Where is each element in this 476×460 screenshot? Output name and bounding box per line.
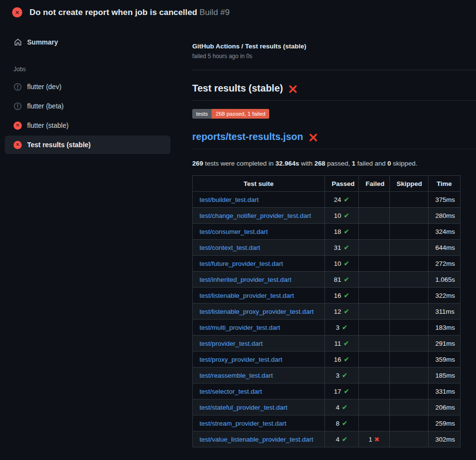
cell-passed: 11✔	[325, 336, 359, 352]
cell-skipped	[390, 208, 429, 224]
table-row: test/provider_test.dart11✔291ms	[193, 336, 461, 352]
cell-test-suite: test/selector_test.dart	[193, 383, 325, 399]
check-icon: ✔	[344, 387, 350, 395]
cell-passed-value: 3	[336, 372, 339, 379]
cell-test-suite: test/proxy_provider_test.dart	[193, 352, 325, 368]
cell-test-suite: test/future_provider_test.dart	[193, 256, 325, 272]
sidebar-job-label: flutter (dev)	[27, 83, 61, 91]
cell-time: 185ms	[429, 368, 461, 383]
cell-passed-value: 12	[334, 308, 341, 315]
column-header-failed: Failed	[359, 176, 390, 192]
cell-test-suite: test/listenable_proxy_provider_test.dart	[193, 304, 325, 320]
failed-x-icon	[308, 133, 318, 142]
sidebar-item-job-1[interactable]: flutter (beta)	[5, 97, 170, 115]
table-row: test/listenable_provider_test.dart16✔322…	[193, 288, 461, 304]
test-suite-link[interactable]: test/stateful_provider_test.dart	[200, 404, 288, 411]
cell-time: 1.065s	[429, 272, 461, 288]
test-suite-link[interactable]: test/proxy_provider_test.dart	[200, 356, 282, 363]
table-row: test/consumer_test.dart18✔324ms	[193, 224, 461, 240]
page-title: Do not create report when job is cancell…	[30, 8, 230, 17]
cell-test-suite: test/consumer_test.dart	[193, 224, 325, 240]
sidebar-item-job-0[interactable]: flutter (dev)	[5, 77, 170, 96]
test-suite-link[interactable]: test/multi_provider_test.dart	[200, 324, 280, 331]
cell-passed-value: 31	[334, 244, 341, 251]
tests-badge-value: 268 passed, 1 failed	[212, 109, 269, 119]
cell-passed: 3✔	[325, 368, 359, 383]
test-suite-link[interactable]: test/listenable_provider_test.dart	[200, 292, 294, 299]
cell-failed: 1✖	[359, 431, 390, 447]
cell-time: 259ms	[429, 415, 461, 431]
table-header-row: Test suite Passed Failed Skipped Time	[193, 176, 461, 192]
cell-passed: 17✔	[325, 383, 359, 399]
cell-time: 375ms	[429, 192, 461, 208]
table-row: test/change_notifier_provider_test.dart1…	[193, 208, 461, 224]
x-glyph: ✕	[14, 141, 22, 149]
cell-skipped	[390, 320, 429, 336]
summary-skipped: 0	[387, 160, 391, 167]
test-suite-link[interactable]: test/consumer_test.dart	[200, 228, 268, 235]
cell-failed	[359, 352, 390, 368]
column-header-time: Time	[429, 176, 461, 192]
report-file-link[interactable]: reports/test-results.json	[192, 131, 303, 142]
check-icon: ✔	[344, 196, 350, 203]
cell-time: 331ms	[429, 383, 461, 399]
column-header-skipped: Skipped	[390, 176, 429, 192]
cell-passed-value: 16	[334, 356, 341, 363]
table-row: test/stream_provider_test.dart8✔259ms	[193, 415, 461, 431]
cross-icon: ✖	[374, 436, 380, 443]
section-title-row: Test results (stable)	[192, 83, 476, 101]
test-results-table: Test suite Passed Failed Skipped Time te…	[192, 175, 461, 447]
neutral-status-circle-icon	[14, 83, 22, 91]
test-suite-link[interactable]: test/inherited_provider_test.dart	[200, 276, 292, 283]
check-icon: ✔	[343, 339, 349, 347]
test-suite-link[interactable]: test/change_notifier_provider_test.dart	[200, 212, 311, 219]
test-suite-link[interactable]: test/value_listenable_provider_test.dart	[200, 436, 313, 443]
cell-passed: 24✔	[325, 192, 359, 208]
jobs-list: flutter (dev)flutter (beta)✕flutter (sta…	[5, 77, 170, 154]
cell-passed: 31✔	[325, 240, 359, 256]
x-glyph: ✕	[14, 122, 22, 130]
sidebar-item-summary[interactable]: Summary	[5, 33, 170, 51]
cell-failed	[359, 336, 390, 352]
cell-skipped	[390, 368, 429, 383]
test-suite-link[interactable]: test/provider_test.dart	[200, 340, 263, 347]
check-icon: ✔	[344, 307, 350, 315]
tests-badge: tests 268 passed, 1 failed	[192, 109, 269, 119]
test-suite-link[interactable]: test/reassemble_test.dart	[200, 372, 273, 379]
test-suite-link[interactable]: test/builder_test.dart	[200, 196, 259, 203]
test-suite-link[interactable]: test/listenable_proxy_provider_test.dart	[200, 308, 314, 315]
cell-passed: 12✔	[325, 304, 359, 320]
check-icon: ✔	[342, 419, 348, 427]
test-suite-link[interactable]: test/stream_provider_test.dart	[200, 420, 286, 427]
sidebar-item-job-3[interactable]: ✕Test results (stable)	[5, 136, 170, 154]
check-icon: ✔	[342, 403, 348, 411]
table-row: test/value_listenable_provider_test.dart…	[193, 431, 461, 447]
table-row: test/context_test.dart31✔644ms	[193, 240, 461, 256]
test-suite-link[interactable]: test/selector_test.dart	[200, 388, 262, 395]
check-icon: ✔	[344, 291, 350, 299]
cell-failed	[359, 208, 390, 224]
column-header-passed: Passed	[325, 176, 359, 192]
cell-skipped	[390, 272, 429, 288]
sidebar-summary-label: Summary	[27, 38, 58, 46]
cell-passed-value: 24	[334, 196, 341, 203]
cell-time: 644ms	[429, 240, 461, 256]
main-content: GitHub Actions / Test results (stable) f…	[187, 24, 476, 447]
test-suite-link[interactable]: test/context_test.dart	[200, 244, 260, 251]
test-suite-link[interactable]: test/future_provider_test.dart	[200, 260, 283, 267]
cell-time: 272ms	[429, 256, 461, 272]
summary-count: 269	[192, 160, 203, 167]
check-icon: ✔	[344, 228, 350, 235]
cell-skipped	[390, 192, 429, 208]
cell-failed	[359, 320, 390, 336]
cell-skipped	[390, 399, 429, 415]
column-header-test-suite: Test suite	[193, 176, 325, 192]
table-row: test/proxy_provider_test.dart16✔359ms	[193, 352, 461, 368]
section-title: Test results (stable)	[192, 83, 283, 94]
check-icon: ✔	[344, 276, 350, 283]
cell-skipped	[390, 352, 429, 368]
failed-x-icon	[288, 84, 298, 94]
cell-time: 280ms	[429, 208, 461, 224]
table-row: test/selector_test.dart17✔331ms	[193, 383, 461, 399]
sidebar-item-job-2[interactable]: ✕flutter (stable)	[5, 116, 170, 135]
